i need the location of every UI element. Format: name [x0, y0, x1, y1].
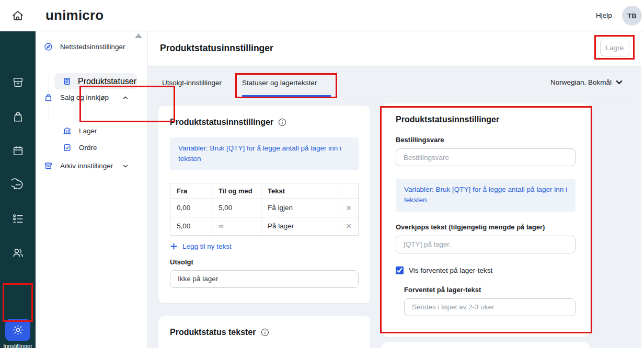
tab-utsolgt-innstillinger[interactable]: Utsolgt-innstillinger	[162, 79, 222, 87]
chevron-down-icon[interactable]	[122, 163, 129, 169]
sidebar-item-settings[interactable]	[5, 319, 30, 341]
delete-row-button[interactable]: ✕	[346, 222, 352, 230]
nav-item-label: Ordre	[79, 144, 97, 152]
bestillingsvare-input[interactable]	[396, 148, 576, 166]
table-row: 5,00 ∞ På lager ✕	[170, 217, 359, 235]
sidebar-item-messages[interactable]	[7, 174, 28, 195]
checklist-icon	[12, 212, 25, 225]
nav-item-produktstatuser[interactable]: Produktstatuser	[54, 73, 137, 89]
cell-tekst[interactable]: På lager	[261, 217, 339, 235]
compass-icon	[44, 42, 53, 51]
forventet-input[interactable]	[404, 298, 576, 316]
page-header: Produktstatusinnstillinger Lagre	[148, 31, 644, 67]
chevron-up-icon[interactable]	[122, 95, 129, 101]
document-icon	[63, 77, 72, 86]
nav-item-label: Salg og innkjøp	[60, 94, 109, 101]
archive-icon	[12, 76, 25, 89]
overkjops-input[interactable]	[396, 236, 576, 253]
add-text-link[interactable]: Legg til ny tekst	[170, 242, 232, 250]
column-header-actions	[339, 183, 359, 199]
status-settings-card: Produktstatusinnstillinger Variabler: Br…	[158, 106, 370, 303]
sidebar-item-products[interactable]	[7, 72, 28, 92]
column-header-tekst: Tekst	[261, 183, 339, 199]
chevron-down-icon	[615, 78, 623, 86]
primary-sidebar: Innstillinger	[0, 31, 36, 348]
page-title: Produktstatusinnstillinger	[160, 43, 273, 54]
next-card-partial	[382, 342, 590, 348]
app-window: unimicro Hjelp TB	[0, 0, 644, 348]
warehouse-icon	[63, 126, 72, 135]
tab-statuser-og-lagertekster[interactable]: Statuser og lagertekster	[242, 79, 317, 87]
avatar[interactable]: TB	[622, 6, 642, 26]
nav-item-salg-og-innkjop[interactable]: Salg og innkjøp	[44, 91, 109, 103]
gear-icon	[12, 324, 24, 336]
vis-forventet-label: Vis forventet på lager-tekst	[409, 266, 492, 274]
nav-item-arkiv-innstillinger[interactable]: Arkiv innstillinger	[44, 159, 113, 172]
variables-info-box: Variabler: Bruk [QTY] for å legge antall…	[396, 179, 576, 212]
calendar-icon	[12, 144, 25, 157]
cell-tekst[interactable]: Få igjen	[261, 199, 339, 217]
sidebar-item-lists[interactable]	[7, 208, 28, 229]
language-selector[interactable]: Norwegian, Bokmål	[550, 78, 623, 86]
users-icon	[12, 246, 25, 259]
shopping-bag-icon	[12, 110, 25, 123]
nav-item-lager[interactable]: Lager	[63, 124, 97, 137]
add-text-label: Legg til ny tekst	[182, 242, 232, 250]
settings-label: Innstillinger	[0, 343, 36, 348]
settings-nav: Nettstedsinnstillinger Salg og innkjøp P…	[36, 31, 148, 348]
main-content: Produktstatusinnstillinger Lagre Utsolgt…	[148, 31, 644, 348]
nav-item-nettstedsinnstillinger[interactable]: Nettstedsinnstillinger	[44, 40, 125, 53]
unimicro-logo: unimicro	[45, 7, 104, 24]
variables-info-box: Variabler: Bruk [QTY] for å legge antall…	[170, 137, 359, 170]
bestillingsvare-label: Bestillingsvare	[396, 136, 576, 144]
info-icon[interactable]	[261, 328, 269, 337]
nav-item-label: Lager	[79, 127, 97, 135]
archive-box-icon	[44, 161, 53, 170]
sidebar-item-customers[interactable]	[7, 242, 28, 263]
nav-item-label: Produktstatuser	[78, 77, 136, 86]
table-row: 0,00 5,00 Få igjen ✕	[170, 199, 359, 217]
column-header-fra: Fra	[170, 183, 212, 199]
home-button[interactable]	[10, 8, 25, 23]
status-ranges-table: Fra Til og med Tekst 0,00 5,00 Få igjen …	[170, 183, 359, 236]
bag-icon	[44, 93, 53, 102]
sidebar-item-sales[interactable]	[7, 106, 28, 127]
save-button[interactable]: Lagre	[600, 39, 629, 56]
nav-item-label: Arkiv innstillinger	[60, 162, 113, 170]
column-header-til-og-med: Til og med	[212, 183, 261, 199]
scrollbar-track[interactable]	[641, 31, 644, 348]
help-link[interactable]: Hjelp	[596, 11, 612, 19]
vis-forventet-checkbox[interactable]	[396, 266, 404, 274]
cell-fra[interactable]: 5,00	[170, 217, 212, 235]
nav-item-ordre[interactable]: Ordre	[63, 141, 97, 154]
chat-icon	[12, 178, 25, 191]
product-status-texts-card: Produktstatus tekster	[158, 316, 370, 348]
card-heading: Produktstatusinnstillinger	[396, 115, 499, 124]
sidebar-item-calendar[interactable]	[7, 140, 28, 161]
cell-til: ∞	[212, 217, 261, 235]
language-label: Norwegian, Bokmål	[550, 78, 612, 86]
plus-icon	[170, 242, 178, 250]
cell-til[interactable]: 5,00	[212, 199, 261, 217]
scroll-up-icon[interactable]	[135, 33, 142, 38]
forventet-label: Forventet på lager-tekst	[404, 286, 576, 294]
utsolgt-input[interactable]	[170, 270, 359, 288]
delete-row-button[interactable]: ✕	[346, 204, 352, 212]
topbar: unimicro Hjelp TB	[0, 0, 644, 31]
tabs-divider	[158, 97, 634, 97]
order-settings-card: Produktstatusinnstillinger Bestillingsva…	[382, 103, 590, 337]
home-icon	[10, 8, 25, 23]
nav-item-label: Nettstedsinnstillinger	[60, 43, 125, 51]
card-heading: Produktstatus tekster	[170, 328, 256, 337]
card-heading: Produktstatusinnstillinger	[170, 118, 273, 127]
cell-fra[interactable]: 0,00	[170, 199, 212, 217]
utsolgt-label: Utsolgt	[170, 258, 359, 266]
overkjops-label: Overkjøps tekst (tilgjengelig mengde på …	[396, 223, 576, 231]
info-icon[interactable]	[278, 118, 286, 126]
clipboard-check-icon	[63, 143, 72, 152]
